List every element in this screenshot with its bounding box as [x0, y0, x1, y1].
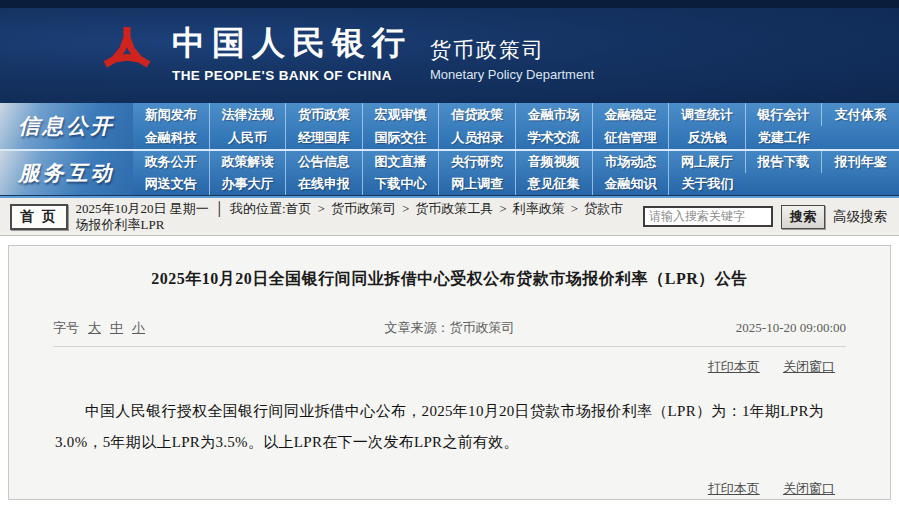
breadcrumb-divider: │: [215, 201, 224, 216]
breadcrumb-bar: 首 页 2025年10月20日 星期一│我的位置:首页>货币政策司>货币政策工具…: [0, 198, 899, 236]
article-body: 中国人民银行授权全国银行间同业拆借中心公布，2025年10月20日贷款市场报价利…: [55, 396, 844, 458]
breadcrumb-link[interactable]: 利率政策: [513, 201, 565, 216]
nav-item[interactable]: 市场动态: [593, 151, 670, 173]
nav-item[interactable]: 信贷政策: [439, 103, 516, 126]
nav-item[interactable]: 报告下载: [746, 151, 823, 173]
breadcrumb-separator: >: [402, 201, 409, 216]
breadcrumb-separator: >: [499, 201, 506, 216]
article-box: 2025年10月20日全国银行间同业拆借中心受权公布贷款市场报价利率（LPR）公…: [8, 245, 891, 500]
nav-item[interactable]: 公告信息: [286, 151, 363, 173]
pboc-emblem-icon: [102, 21, 152, 83]
article-source-label: 文章来源：: [385, 320, 450, 335]
meta-divider: [53, 346, 846, 347]
department-name-cn: 货币政策司: [430, 36, 594, 64]
nav-item[interactable]: 报刊年鉴: [822, 151, 899, 173]
article-source: 货币政策司: [450, 320, 515, 335]
nav-item[interactable]: 下载中心: [363, 173, 440, 195]
breadcrumb-separator: >: [318, 201, 325, 216]
nav-item-empty: [746, 173, 823, 195]
breadcrumb: 2025年10月20日 星期一│我的位置:首页>货币政策司>货币政策工具>利率政…: [76, 201, 636, 233]
nav-item[interactable]: 网送文告: [133, 173, 210, 195]
nav-item[interactable]: 调查统计: [669, 103, 746, 126]
nav-item[interactable]: 支付体系: [822, 103, 899, 126]
department-name-en: Monetary Policy Department: [430, 67, 594, 82]
nav-item[interactable]: 经理国库: [286, 126, 363, 149]
font-size-small[interactable]: 小: [132, 319, 145, 337]
nav-item[interactable]: 办事大厅: [210, 173, 287, 195]
nav-item[interactable]: 法律法规: [210, 103, 287, 126]
nav-item[interactable]: 人员招录: [439, 126, 516, 149]
nav-item[interactable]: 国际交往: [363, 126, 440, 149]
breadcrumb-location-label: 我的位置:: [230, 201, 286, 216]
nav-item[interactable]: 金融稳定: [593, 103, 670, 126]
nav-item[interactable]: 网上展厅: [669, 151, 746, 173]
nav-section-label[interactable]: 服务互动: [0, 151, 133, 195]
article-actions-bottom: 打印本页 关闭窗口: [64, 480, 835, 498]
nav-item[interactable]: 政务公开: [133, 151, 210, 173]
nav-section: 信息公开新闻发布法律法规货币政策宏观审慎信贷政策金融市场金融稳定调查统计银行会计…: [0, 103, 899, 149]
nav-item[interactable]: 反洗钱: [669, 126, 746, 149]
nav-item-empty: [822, 173, 899, 195]
nav-item[interactable]: 银行会计: [746, 103, 823, 126]
home-button[interactable]: 首 页: [10, 204, 68, 230]
print-link-top[interactable]: 打印本页: [708, 359, 760, 374]
nav-item[interactable]: 党建工作: [746, 126, 823, 149]
nav-item[interactable]: 关于我们: [669, 173, 746, 195]
nav-item[interactable]: 新闻发布: [133, 103, 210, 126]
nav-item[interactable]: 人民币: [210, 126, 287, 149]
breadcrumb-link[interactable]: 货币政策工具: [415, 201, 493, 216]
advanced-search-link[interactable]: 高级搜索: [833, 208, 887, 226]
breadcrumb-date: 2025年10月20日 星期一: [76, 201, 209, 216]
nav-section: 服务互动政务公开政策解读公告信息图文直播央行研究音频视频市场动态网上展厅报告下载…: [0, 149, 899, 195]
font-size-large[interactable]: 大: [88, 319, 101, 337]
font-size-label: 字号: [53, 319, 79, 337]
department-brand: 货币政策司 Monetary Policy Department: [430, 22, 594, 82]
nav-item[interactable]: 音频视频: [516, 151, 593, 173]
nav-grid: 新闻发布法律法规货币政策宏观审慎信贷政策金融市场金融稳定调查统计银行会计支付体系…: [133, 103, 899, 149]
header-top-strip: [0, 0, 899, 8]
nav-item[interactable]: 金融知识: [593, 173, 670, 195]
nav-section-label[interactable]: 信息公开: [0, 103, 133, 149]
nav-item[interactable]: 网上调查: [439, 173, 516, 195]
nav-item[interactable]: 金融科技: [133, 126, 210, 149]
nav-item[interactable]: 政策解读: [210, 151, 287, 173]
bank-brand: 中国人民银行 THE PEOPLE'S BANK OF CHINA: [172, 21, 412, 83]
nav-item[interactable]: 学术交流: [516, 126, 593, 149]
nav-item-empty: [822, 126, 899, 149]
search-input[interactable]: [643, 206, 773, 227]
bank-name-en: THE PEOPLE'S BANK OF CHINA: [172, 68, 412, 83]
breadcrumb-link[interactable]: 首页: [286, 201, 312, 216]
nav-item[interactable]: 金融市场: [516, 103, 593, 126]
bank-name-cn: 中国人民银行: [172, 21, 412, 66]
nav-item[interactable]: 征信管理: [593, 126, 670, 149]
nav-item[interactable]: 图文直播: [363, 151, 440, 173]
nav-item[interactable]: 宏观审慎: [363, 103, 440, 126]
breadcrumb-link[interactable]: 货币政策司: [331, 201, 396, 216]
nav-item[interactable]: 意见征集: [516, 173, 593, 195]
font-size-medium[interactable]: 中: [110, 319, 123, 337]
search-button[interactable]: 搜索: [781, 205, 825, 229]
breadcrumb-separator: >: [571, 201, 578, 216]
nav-item[interactable]: 央行研究: [439, 151, 516, 173]
article-meta: 字号 大 中 小 文章来源：货币政策司 2025-10-20 09:00:00: [53, 319, 846, 337]
site-header: 中国人民银行 THE PEOPLE'S BANK OF CHINA 货币政策司 …: [0, 0, 899, 103]
close-link-top[interactable]: 关闭窗口: [783, 359, 835, 374]
article-datetime: 2025-10-20 09:00:00: [598, 320, 846, 336]
nav-grid: 政务公开政策解读公告信息图文直播央行研究音频视频市场动态网上展厅报告下载报刊年鉴…: [133, 151, 899, 195]
close-link-bottom[interactable]: 关闭窗口: [783, 481, 835, 496]
nav-item[interactable]: 在线申报: [286, 173, 363, 195]
nav-menu: 信息公开新闻发布法律法规货币政策宏观审慎信贷政策金融市场金融稳定调查统计银行会计…: [0, 103, 899, 195]
article-actions-top: 打印本页 关闭窗口: [64, 358, 835, 376]
nav-item[interactable]: 货币政策: [286, 103, 363, 126]
article-title: 2025年10月20日全国银行间同业拆借中心受权公布贷款市场报价利率（LPR）公…: [9, 269, 890, 290]
print-link-bottom[interactable]: 打印本页: [708, 481, 760, 496]
